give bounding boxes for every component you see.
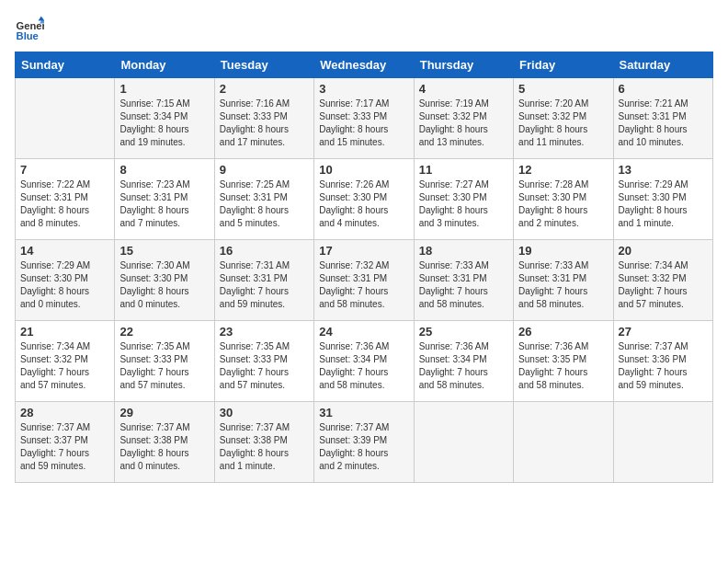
day-number: 8 [119,163,209,177]
week-row-2: 7Sunrise: 7:22 AM Sunset: 3:31 PM Daylig… [16,159,713,240]
day-info: Sunrise: 7:17 AM Sunset: 3:33 PM Dayligh… [319,98,408,149]
day-cell: 21Sunrise: 7:34 AM Sunset: 3:32 PM Dayli… [16,321,115,402]
day-number: 6 [619,82,708,96]
day-info: Sunrise: 7:25 AM Sunset: 3:31 PM Dayligh… [220,178,309,230]
day-info: Sunrise: 7:34 AM Sunset: 3:32 PM Dayligh… [619,259,708,311]
day-info: Sunrise: 7:29 AM Sunset: 3:30 PM Dayligh… [619,178,708,230]
day-info: Sunrise: 7:16 AM Sunset: 3:33 PM Dayligh… [220,98,309,149]
day-cell: 1Sunrise: 7:15 AM Sunset: 3:34 PM Daylig… [115,78,214,159]
day-cell: 9Sunrise: 7:25 AM Sunset: 3:31 PM Daylig… [214,159,313,240]
day-cell: 16Sunrise: 7:31 AM Sunset: 3:31 PM Dayli… [214,240,313,321]
day-info: Sunrise: 7:30 AM Sunset: 3:30 PM Dayligh… [119,259,209,311]
logo-icon: General Blue [15,15,44,44]
header-thursday: Thursday [414,52,513,78]
day-cell: 14Sunrise: 7:29 AM Sunset: 3:30 PM Dayli… [16,240,115,321]
day-cell: 13Sunrise: 7:29 AM Sunset: 3:30 PM Dayli… [613,159,712,240]
day-cell: 26Sunrise: 7:36 AM Sunset: 3:35 PM Dayli… [514,321,613,402]
day-number: 11 [419,163,508,177]
day-cell: 24Sunrise: 7:36 AM Sunset: 3:34 PM Dayli… [314,321,414,402]
day-info: Sunrise: 7:22 AM Sunset: 3:31 PM Dayligh… [20,178,109,230]
day-number: 1 [119,82,209,96]
day-info: Sunrise: 7:36 AM Sunset: 3:34 PM Dayligh… [319,340,408,392]
day-cell: 2Sunrise: 7:16 AM Sunset: 3:33 PM Daylig… [214,78,313,159]
day-number: 10 [319,163,408,177]
page-header: General Blue [15,15,713,44]
day-number: 18 [419,244,508,258]
day-cell: 28Sunrise: 7:37 AM Sunset: 3:37 PM Dayli… [16,402,115,483]
day-info: Sunrise: 7:33 AM Sunset: 3:31 PM Dayligh… [419,259,508,311]
day-info: Sunrise: 7:32 AM Sunset: 3:31 PM Dayligh… [319,259,408,311]
day-cell: 8Sunrise: 7:23 AM Sunset: 3:31 PM Daylig… [115,159,214,240]
logo: General Blue [15,15,48,44]
day-info: Sunrise: 7:36 AM Sunset: 3:34 PM Dayligh… [419,340,508,392]
day-info: Sunrise: 7:28 AM Sunset: 3:30 PM Dayligh… [518,178,608,230]
day-number: 29 [119,406,209,419]
day-info: Sunrise: 7:19 AM Sunset: 3:32 PM Dayligh… [419,98,508,149]
calendar-table: SundayMondayTuesdayWednesdayThursdayFrid… [15,52,713,483]
header-wednesday: Wednesday [314,52,414,78]
day-number: 21 [20,325,109,339]
day-number: 30 [220,406,309,419]
day-cell: 5Sunrise: 7:20 AM Sunset: 3:32 PM Daylig… [514,78,613,159]
day-info: Sunrise: 7:37 AM Sunset: 3:38 PM Dayligh… [119,421,209,473]
day-info: Sunrise: 7:27 AM Sunset: 3:30 PM Dayligh… [419,178,508,230]
day-number: 7 [20,163,109,177]
day-info: Sunrise: 7:21 AM Sunset: 3:31 PM Dayligh… [619,98,708,149]
day-number: 4 [419,82,508,96]
day-info: Sunrise: 7:26 AM Sunset: 3:30 PM Dayligh… [319,178,408,230]
day-cell: 20Sunrise: 7:34 AM Sunset: 3:32 PM Dayli… [613,240,712,321]
day-number: 9 [220,163,309,177]
week-row-5: 28Sunrise: 7:37 AM Sunset: 3:37 PM Dayli… [16,402,713,483]
day-info: Sunrise: 7:31 AM Sunset: 3:31 PM Dayligh… [220,259,309,311]
day-number: 22 [119,325,209,339]
day-cell [613,402,712,483]
day-cell: 10Sunrise: 7:26 AM Sunset: 3:30 PM Dayli… [314,159,414,240]
day-info: Sunrise: 7:37 AM Sunset: 3:38 PM Dayligh… [220,421,309,473]
day-cell: 17Sunrise: 7:32 AM Sunset: 3:31 PM Dayli… [314,240,414,321]
day-number: 12 [518,163,608,177]
day-cell [414,402,513,483]
day-number: 15 [119,244,209,258]
day-cell: 19Sunrise: 7:33 AM Sunset: 3:31 PM Dayli… [514,240,613,321]
day-info: Sunrise: 7:34 AM Sunset: 3:32 PM Dayligh… [20,340,109,392]
day-info: Sunrise: 7:23 AM Sunset: 3:31 PM Dayligh… [119,178,209,230]
day-info: Sunrise: 7:33 AM Sunset: 3:31 PM Dayligh… [518,259,608,311]
day-cell: 31Sunrise: 7:37 AM Sunset: 3:39 PM Dayli… [314,402,414,483]
week-row-1: 1Sunrise: 7:15 AM Sunset: 3:34 PM Daylig… [16,78,713,159]
header-tuesday: Tuesday [214,52,313,78]
day-number: 23 [220,325,309,339]
day-number: 3 [319,82,408,96]
day-info: Sunrise: 7:15 AM Sunset: 3:34 PM Dayligh… [119,98,209,149]
header-monday: Monday [115,52,214,78]
day-cell: 25Sunrise: 7:36 AM Sunset: 3:34 PM Dayli… [414,321,513,402]
week-row-3: 14Sunrise: 7:29 AM Sunset: 3:30 PM Dayli… [16,240,713,321]
day-cell: 11Sunrise: 7:27 AM Sunset: 3:30 PM Dayli… [414,159,513,240]
header-saturday: Saturday [613,52,712,78]
svg-text:Blue: Blue [17,30,39,41]
day-info: Sunrise: 7:37 AM Sunset: 3:39 PM Dayligh… [319,421,408,473]
day-info: Sunrise: 7:35 AM Sunset: 3:33 PM Dayligh… [119,340,209,392]
day-cell: 6Sunrise: 7:21 AM Sunset: 3:31 PM Daylig… [613,78,712,159]
day-number: 5 [518,82,608,96]
day-number: 25 [419,325,508,339]
day-info: Sunrise: 7:37 AM Sunset: 3:36 PM Dayligh… [619,340,708,392]
day-cell: 29Sunrise: 7:37 AM Sunset: 3:38 PM Dayli… [115,402,214,483]
day-number: 28 [20,406,109,419]
day-info: Sunrise: 7:20 AM Sunset: 3:32 PM Dayligh… [518,98,608,149]
day-info: Sunrise: 7:35 AM Sunset: 3:33 PM Dayligh… [220,340,309,392]
day-number: 27 [619,325,708,339]
day-cell: 22Sunrise: 7:35 AM Sunset: 3:33 PM Dayli… [115,321,214,402]
day-number: 31 [319,406,408,419]
day-cell: 15Sunrise: 7:30 AM Sunset: 3:30 PM Dayli… [115,240,214,321]
day-cell: 18Sunrise: 7:33 AM Sunset: 3:31 PM Dayli… [414,240,513,321]
day-number: 14 [20,244,109,258]
day-cell: 30Sunrise: 7:37 AM Sunset: 3:38 PM Dayli… [214,402,313,483]
day-info: Sunrise: 7:36 AM Sunset: 3:35 PM Dayligh… [518,340,608,392]
day-cell: 7Sunrise: 7:22 AM Sunset: 3:31 PM Daylig… [16,159,115,240]
svg-text:General: General [17,20,44,31]
day-number: 24 [319,325,408,339]
day-cell: 4Sunrise: 7:19 AM Sunset: 3:32 PM Daylig… [414,78,513,159]
week-row-4: 21Sunrise: 7:34 AM Sunset: 3:32 PM Dayli… [16,321,713,402]
day-info: Sunrise: 7:29 AM Sunset: 3:30 PM Dayligh… [20,259,109,311]
header-sunday: Sunday [16,52,115,78]
